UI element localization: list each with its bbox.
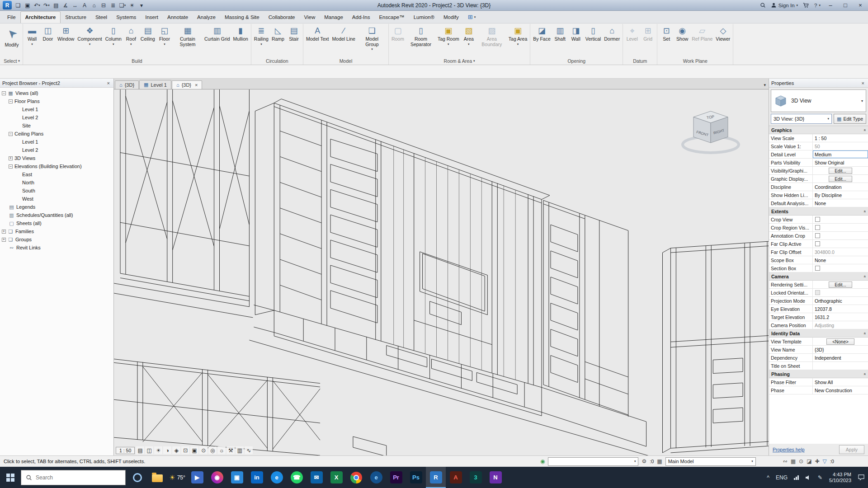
select-underlay-icon[interactable]: ▦ — [791, 458, 796, 465]
onenote-taskbar-button[interactable]: N — [486, 467, 505, 488]
prop-value-cell[interactable]: By Discipline — [813, 191, 868, 199]
properties-header[interactable]: Properties × — [769, 79, 868, 88]
qat-default-3d-view[interactable]: ⌂ — [90, 1, 99, 10]
ribbon-tab-structure[interactable]: Structure — [61, 12, 91, 23]
start-button[interactable] — [0, 467, 21, 488]
qat-undo[interactable]: ↶▾ — [33, 1, 42, 10]
ribbon-tab-add-ins[interactable]: Add-Ins — [348, 12, 375, 23]
section-extents[interactable]: Extents« — [769, 207, 868, 216]
tool-column[interactable]: ▯Column▾ — [104, 25, 123, 46]
tool-wall[interactable]: ◨Wall — [568, 25, 584, 42]
cortana-taskbar-button[interactable] — [127, 467, 147, 488]
collapse-box[interactable]: − — [9, 164, 13, 169]
project-browser-header[interactable]: Project Browser - Project2 × — [0, 79, 113, 88]
tool-modify[interactable]: ➤Modify — [2, 25, 21, 48]
view-tabs-overflow-icon[interactable]: ▾ — [764, 83, 766, 87]
browser-item-floor-plans[interactable]: −Floor Plans — [0, 97, 113, 105]
prop-value-cell[interactable]: None — [813, 199, 868, 207]
mail-taskbar-button[interactable]: ✉ — [307, 467, 326, 488]
browser-item-sheets-all[interactable]: ▢Sheets (all) — [0, 219, 113, 227]
lock-view-icon[interactable]: ⊙ — [199, 446, 208, 454]
browser-item-level-1[interactable]: Level 1 — [0, 138, 113, 146]
section-identity-data[interactable]: Identity Data« — [769, 329, 868, 338]
graphic-display-button[interactable]: Edit... — [829, 176, 852, 182]
ribbon-tab-file[interactable]: File — [3, 12, 20, 23]
browser-item-revit-links[interactable]: ∾Revit Links — [0, 244, 113, 252]
prop-value-cell[interactable]: 1 : 50 — [813, 134, 868, 142]
analytical-model-icon[interactable]: ∿ — [245, 446, 253, 454]
crop-view-icon[interactable]: ⊡ — [181, 446, 189, 454]
ribbon-tab-view[interactable]: View — [300, 12, 320, 23]
view-type-combo[interactable]: 3D View: {3D} ▾ — [771, 114, 832, 124]
tool-vertical[interactable]: ▯Vertical — [584, 25, 602, 42]
prop-value-cell[interactable]: Independent — [813, 354, 868, 361]
instagram-taskbar-button[interactable]: ◉ — [207, 467, 227, 488]
tool-area[interactable]: ▧Area▾ — [461, 25, 476, 46]
ribbon-tab-insert[interactable]: Insert — [141, 12, 163, 23]
close-panel-icon[interactable]: × — [106, 80, 111, 86]
browser-item-north[interactable]: North — [0, 178, 113, 187]
ribbon-tab-manage[interactable]: Manage — [320, 12, 348, 23]
tool-room-separator[interactable]: ▯Room Separator — [406, 25, 436, 47]
show-hidden-icons-icon[interactable]: ^ — [764, 467, 773, 488]
browser-item-ceiling-plans[interactable]: −Ceiling Plans — [0, 130, 113, 138]
tool-set[interactable]: ⊡Set — [659, 25, 674, 42]
collapse-box[interactable]: − — [9, 132, 13, 136]
ribbon-tab-systems[interactable]: Systems — [112, 12, 141, 23]
tool-model-group[interactable]: ❏Model Group▾ — [357, 25, 387, 51]
tool-wall[interactable]: ▬Wall▾ — [24, 25, 40, 46]
qat-aligned-dimension[interactable]: ↔ — [71, 1, 80, 10]
ribbon-tab-lumion[interactable]: Lumion® — [409, 12, 439, 23]
revit-taskbar-button[interactable]: R — [426, 467, 446, 488]
view-tab-3d-0[interactable]: ⌂{3D} — [115, 80, 139, 89]
tool-mullion[interactable]: ▮Mullion — [232, 25, 250, 42]
prop-value-cell[interactable]: Show Original — [813, 159, 868, 166]
movies-tv-taskbar-button[interactable]: ▶ — [187, 467, 207, 488]
clock[interactable]: 4:43 PM 5/10/2023 — [826, 472, 855, 483]
crop-region-vis-checkbox[interactable] — [815, 225, 820, 230]
drag-on-selection-icon[interactable]: ✚ — [815, 458, 820, 465]
browser-item-3d-views[interactable]: +3D Views — [0, 154, 113, 162]
tool-show[interactable]: ◉Show — [675, 25, 690, 42]
expand-box[interactable]: + — [2, 230, 6, 234]
photos-taskbar-button[interactable]: ▣ — [227, 467, 247, 488]
app-store-cart-icon[interactable] — [803, 2, 809, 8]
browser-item-groups[interactable]: +❏Groups — [0, 235, 113, 244]
close-button[interactable]: × — [855, 2, 865, 9]
prop-value-cell[interactable]: None — [813, 256, 868, 264]
properties-help-link[interactable]: Properties help — [773, 447, 805, 452]
apply-button[interactable]: Apply — [839, 445, 864, 454]
sun-path-icon[interactable]: ☀ — [154, 446, 162, 454]
tool-curtain-system[interactable]: ▦Curtain System — [173, 25, 203, 47]
help-icon[interactable]: ?▾ — [814, 3, 821, 8]
prop-value-cell[interactable]: Medium — [813, 150, 868, 158]
ribbon-tab-analyze[interactable]: Analyze — [193, 12, 220, 23]
section-phasing[interactable]: Phasing« — [769, 370, 868, 378]
qat-save[interactable]: ▣ — [23, 1, 32, 10]
prop-value-cell[interactable]: Orthographic — [813, 297, 868, 305]
tool-door[interactable]: ◫Door — [40, 25, 56, 42]
qat-open-file[interactable]: ❏ — [14, 1, 23, 10]
qat-qat-customize[interactable]: ▾ — [137, 1, 146, 10]
prop-value-cell[interactable]: {3D} — [813, 346, 868, 353]
qat-revit-logo[interactable]: R — [3, 1, 12, 9]
browser-item-schedules-quantities-all[interactable]: ▥Schedules/Quantities (all) — [0, 211, 113, 219]
3dsmax-taskbar-button[interactable]: 3 — [466, 467, 486, 488]
browser-item-east[interactable]: East — [0, 170, 113, 178]
design-options-icon[interactable]: ▦ — [657, 458, 662, 465]
section-graphics[interactable]: Graphics« — [769, 126, 868, 134]
active-workset-select[interactable]: ▾ — [548, 457, 638, 466]
tool-stair[interactable]: ▤Stair — [286, 25, 302, 42]
tool-by-face[interactable]: ◪By Face — [532, 25, 552, 42]
edit-type-button[interactable]: ▦ Edit Type — [834, 114, 866, 124]
internet-explorer-taskbar-button[interactable]: e — [366, 467, 386, 488]
photoshop-taskbar-button[interactable]: Ps — [406, 467, 426, 488]
pen-icon[interactable]: ✎ — [815, 467, 826, 488]
tool-curtain-grid[interactable]: ▥Curtain Grid — [203, 25, 231, 42]
editable-only-icon[interactable]: ⚙ — [642, 458, 646, 465]
tool-tag-area[interactable]: ▣Tag Area▾ — [507, 25, 528, 46]
temp-view-properties-icon[interactable]: ▥ — [236, 446, 244, 454]
weather-widget-taskbar-button[interactable]: ☀75° — [167, 467, 187, 488]
linkedin-taskbar-button[interactable]: in — [247, 467, 267, 488]
tool-viewer[interactable]: ◇Viewer — [714, 25, 731, 42]
